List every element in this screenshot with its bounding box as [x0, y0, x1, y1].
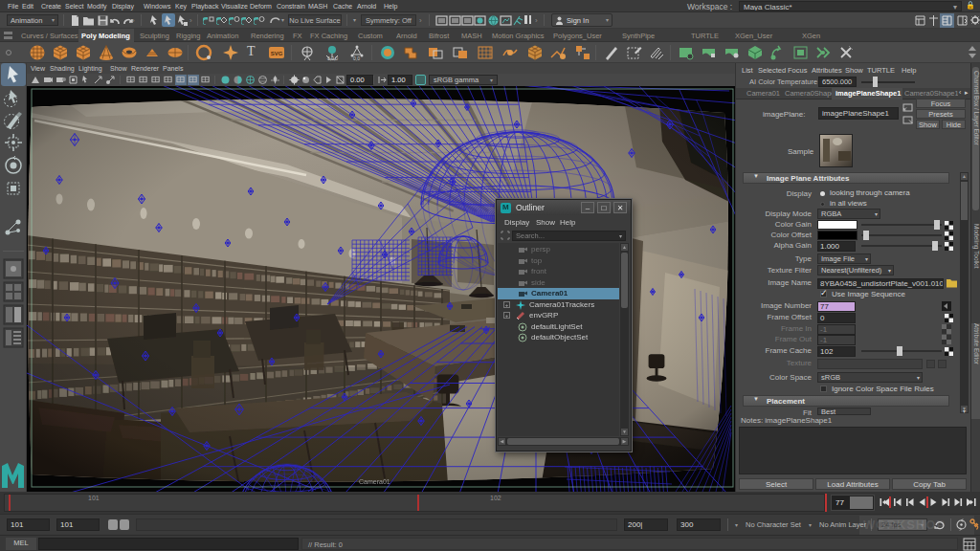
svg-text:SVG: SVG [271, 51, 283, 56]
svg-text:0,0,0: 0,0,0 [327, 55, 338, 61]
svg-text:Camera01: Camera01 [359, 478, 390, 485]
svg-text:0,0: 0,0 [353, 55, 360, 61]
